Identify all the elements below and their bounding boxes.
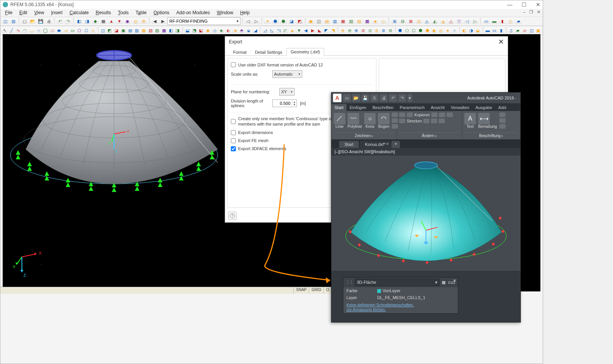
t2-c5-icon[interactable]: ▤: [127, 27, 133, 34]
tb-j9-icon[interactable]: ◈: [372, 18, 379, 25]
qat-undo-icon[interactable]: ↶: [389, 94, 397, 102]
chk-export-dimensions-box[interactable]: [231, 130, 236, 135]
t2-e7-icon[interactable]: ⬖: [225, 27, 231, 34]
t2-f1-icon[interactable]: ⬙: [246, 27, 252, 34]
t2-g1-icon[interactable]: ◿: [262, 27, 268, 34]
grip-icon[interactable]: ⋮⋮: [346, 280, 353, 285]
t2-c2-icon[interactable]: ◩: [107, 27, 113, 34]
t2-g6-icon[interactable]: ▼: [296, 27, 302, 34]
tb-i1-icon[interactable]: ✦: [264, 18, 271, 25]
tb-l5-icon[interactable]: ▰: [515, 18, 522, 25]
t2-j6-icon[interactable]: ◉: [431, 27, 437, 34]
rtab-annotate[interactable]: Beschriften: [369, 104, 397, 111]
tb-k6-icon[interactable]: ◭: [431, 18, 438, 25]
qat-more-icon[interactable]: ▾: [408, 94, 412, 102]
circle-icon[interactable]: ○: [364, 113, 376, 124]
t2-l1-icon[interactable]: ▬: [485, 27, 490, 34]
t2-g3-icon[interactable]: ◹: [276, 27, 282, 34]
scale-icon[interactable]: [423, 119, 429, 123]
t2-g7-icon[interactable]: ◀: [303, 27, 309, 34]
tb-redo-icon[interactable]: ↷: [65, 18, 71, 25]
t2-a5-icon[interactable]: ◡: [29, 27, 35, 34]
t2-i3-icon[interactable]: ⊗: [354, 27, 360, 34]
tb-l4-icon[interactable]: ▯: [507, 18, 514, 25]
t2-e9-icon[interactable]: ⬘: [239, 27, 245, 34]
chk-create-one-member-box[interactable]: [231, 119, 236, 124]
tb-l1-icon[interactable]: ▭: [483, 18, 490, 25]
quick-props-customize-link[interactable]: Keine definierten Schnelleigenschaften, …: [343, 301, 458, 313]
move-icon[interactable]: [399, 113, 405, 117]
division-length-field[interactable]: [273, 101, 292, 106]
rtab-parametric[interactable]: Parametrisch: [397, 104, 428, 111]
quick-props-close-icon[interactable]: ✕: [453, 278, 456, 283]
t2-e6-icon[interactable]: ◈: [219, 27, 224, 34]
close-button[interactable]: ✕: [536, 2, 540, 8]
t2-i2-icon[interactable]: ⊖: [347, 27, 353, 34]
menu-help[interactable]: Help: [237, 9, 253, 16]
arc-icon[interactable]: ◠: [378, 113, 389, 124]
t2-c8-icon[interactable]: ▧: [147, 27, 153, 34]
t2-a2-icon[interactable]: ╱: [9, 27, 15, 34]
annot-mini3-icon[interactable]: [499, 124, 505, 129]
loadcase-combo[interactable]: RF-FORM-FINDING ▾: [167, 17, 240, 25]
rotate-icon[interactable]: [439, 113, 445, 117]
tb-h-icon[interactable]: ◎: [132, 18, 139, 25]
tb-kb-icon[interactable]: ▷: [472, 18, 479, 25]
tb-save-icon[interactable]: 💾: [37, 18, 44, 25]
division-length-input[interactable]: ▲▼: [272, 99, 297, 107]
tb-k4-icon[interactable]: ⊡: [415, 18, 422, 25]
tb-j6-icon[interactable]: ▧: [348, 18, 355, 25]
quick-props-type-select[interactable]: 3D-Fläche ▾: [355, 279, 439, 286]
tb-j3-icon[interactable]: ▤: [323, 18, 330, 25]
acad-view-label[interactable]: [–][ISO-Ansicht SW][Realistisch]: [331, 148, 520, 156]
tb-undo-icon[interactable]: ↶: [56, 18, 63, 25]
tb-a-icon[interactable]: ◧: [76, 18, 83, 25]
tb-calc-icon[interactable]: ⚙: [140, 18, 147, 25]
t2-f2-icon[interactable]: ◢: [252, 27, 258, 34]
tb-prev-icon[interactable]: ◀: [151, 18, 158, 25]
copy-icon[interactable]: [407, 113, 413, 117]
chk-export-fe-mesh-box[interactable]: [231, 138, 236, 143]
t2-h1-icon[interactable]: ◤: [323, 27, 329, 34]
menu-addons[interactable]: Add-on Modules: [173, 9, 213, 16]
tb-c-icon[interactable]: ◆: [92, 18, 99, 25]
menu-options[interactable]: Options: [151, 9, 172, 16]
t2-a1-icon[interactable]: ↖: [2, 27, 8, 34]
annot-mini2-icon[interactable]: [499, 118, 505, 123]
t2-j9-icon[interactable]: ○: [452, 27, 457, 34]
rtab-output[interactable]: Ausgabe: [472, 104, 495, 111]
tb-k3-icon[interactable]: ⊠: [407, 18, 414, 25]
qat-print-icon[interactable]: 🖨: [380, 94, 388, 102]
tb-e-icon[interactable]: ▲: [108, 18, 115, 25]
tab-detail-settings[interactable]: Detail Settings: [251, 48, 287, 56]
t2-l3-icon[interactable]: ▮: [499, 27, 504, 34]
mdi-restore[interactable]: ❐: [529, 10, 533, 15]
scale-units-select[interactable]: Automatic: [272, 70, 302, 78]
t2-i8-icon[interactable]: ⊜: [388, 27, 393, 34]
array-icon[interactable]: [431, 119, 437, 123]
rtab-view[interactable]: Ansicht: [428, 104, 448, 111]
qat-open-icon[interactable]: 📂: [352, 94, 360, 102]
new-file-tab-button[interactable]: +: [391, 141, 400, 148]
tb-k7-icon[interactable]: ◮: [439, 18, 446, 25]
t2-a9-icon[interactable]: ⬬: [56, 27, 62, 34]
menu-view[interactable]: View: [31, 9, 47, 16]
t2-b1-icon[interactable]: ▱: [63, 27, 69, 34]
annot-mini1-icon[interactable]: [499, 113, 505, 117]
t2-k1-icon[interactable]: ◐: [461, 27, 467, 34]
tb-new-icon[interactable]: ◫: [2, 18, 9, 25]
t2-b3-icon[interactable]: ⬠: [77, 27, 83, 34]
tb-nav-prev-icon[interactable]: ◁: [245, 18, 252, 25]
tb-j7-icon[interactable]: ▨: [356, 18, 363, 25]
rtab-start[interactable]: Start: [331, 104, 346, 111]
mirror-icon[interactable]: [431, 113, 437, 117]
t2-m5-icon[interactable]: ▣: [535, 27, 541, 34]
tb-ka-icon[interactable]: ◁: [464, 18, 471, 25]
t2-e3-icon[interactable]: ⬕: [198, 27, 204, 34]
qat-saveas-icon[interactable]: ⎘: [371, 94, 378, 102]
status-grid[interactable]: GRID: [309, 287, 323, 294]
file-tab-close-icon[interactable]: ✕: [386, 142, 389, 146]
tb-d-icon[interactable]: ▦: [100, 18, 107, 25]
mdi-min[interactable]: –: [523, 10, 525, 15]
tb-ja-icon[interactable]: ◇: [380, 18, 387, 25]
